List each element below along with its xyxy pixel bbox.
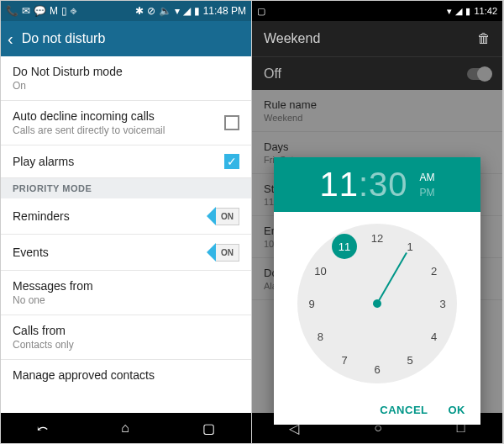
- checkbox-checked[interactable]: ✓: [224, 154, 239, 169]
- checkbox-unchecked[interactable]: [224, 115, 239, 130]
- row-manage-contacts[interactable]: Manage approved contacts: [1, 360, 251, 390]
- clock-num-4[interactable]: 4: [424, 326, 444, 346]
- clock-hand: [376, 252, 407, 304]
- row-reminders[interactable]: Reminders ON: [1, 198, 251, 235]
- page-title: Do not disturb: [22, 31, 106, 46]
- clock-num-11[interactable]: 11: [332, 234, 357, 259]
- background-list: Rule name Weekend Days Fri, Sat Start ti…: [252, 90, 502, 413]
- nav-bar: ⤺ ⌂ ▢: [1, 413, 251, 443]
- settings-list: Do Not Disturb mode On Auto decline inco…: [1, 56, 251, 413]
- clock-num-12[interactable]: 12: [367, 228, 387, 248]
- clock-face[interactable]: 121234567891011: [297, 224, 457, 383]
- off-label: Off: [264, 66, 281, 82]
- clock-num-5[interactable]: 5: [400, 351, 420, 371]
- label: Messages from: [13, 279, 239, 293]
- sub: On: [13, 80, 239, 92]
- sub: Calls are sent directly to voicemail: [13, 124, 224, 136]
- clock-num-8[interactable]: 8: [310, 326, 330, 346]
- switch-off[interactable]: [467, 68, 491, 80]
- clock-num-9[interactable]: 9: [302, 293, 322, 314]
- delete-icon[interactable]: 🗑: [477, 31, 491, 46]
- dialog-actions: CANCEL OK: [274, 395, 480, 425]
- back-icon[interactable]: ‹: [8, 29, 13, 49]
- label: Auto decline incoming calls: [13, 109, 224, 123]
- row-auto-decline[interactable]: Auto decline incoming calls Calls are se…: [1, 101, 251, 145]
- row-off[interactable]: Off: [252, 56, 502, 90]
- cast-icon: ⎆: [71, 6, 76, 16]
- hour-value[interactable]: 11: [319, 166, 359, 203]
- sub: Contacts only: [13, 339, 239, 351]
- label: Reminders: [13, 209, 207, 223]
- toggle-on[interactable]: ON: [207, 243, 239, 262]
- ok-button[interactable]: OK: [449, 404, 466, 416]
- wifi-icon: ▾: [175, 6, 180, 16]
- sync-icon: ✱: [135, 6, 144, 16]
- ampm-toggle: AM PM: [420, 172, 435, 198]
- row-calls-from[interactable]: Calls from Contacts only: [1, 315, 251, 360]
- am-option[interactable]: AM: [420, 172, 435, 183]
- left-phone: 📞 ✉ 💬 M ▯ ⎆ ✱ ⊘ 🔈 ▾ ◢ ▮ 11:48 PM ‹ Do no…: [1, 1, 252, 443]
- time-picker-dialog: 11:30 AM PM 121234567891011 CANCEL OK: [274, 157, 480, 425]
- page-title: Weekend: [264, 31, 320, 46]
- label: Do Not Disturb mode: [13, 65, 239, 78]
- time-display: 11:30: [319, 166, 407, 204]
- minute-value[interactable]: 30: [369, 166, 408, 203]
- status-icons-right: ✱ ⊘ 🔈 ▾ ◢ ▮ 11:48 PM: [135, 6, 246, 16]
- status-icons-left: 📞 ✉ 💬 M ▯ ⎆: [6, 6, 76, 16]
- battery-icon: ▮: [465, 6, 470, 17]
- label: Events: [13, 246, 207, 259]
- row-play-alarms[interactable]: Play alarms ✓: [1, 145, 251, 178]
- clock-face-container: 121234567891011: [274, 212, 480, 395]
- status-bar: 📞 ✉ 💬 M ▯ ⎆ ✱ ⊘ 🔈 ▾ ◢ ▮ 11:48 PM: [1, 1, 251, 21]
- volume-icon: 🔈: [159, 6, 171, 16]
- clock-num-6[interactable]: 6: [367, 359, 387, 379]
- dnd-icon: ⊘: [147, 6, 155, 16]
- chat-icon: 💬: [34, 6, 46, 16]
- clock-num-1[interactable]: 1: [400, 236, 420, 256]
- label: Play alarms: [13, 155, 224, 168]
- signal-icon: ◢: [455, 6, 462, 17]
- clock-text: 11:42: [474, 6, 497, 17]
- clock-num-10[interactable]: 10: [310, 261, 330, 281]
- pm-option[interactable]: PM: [420, 187, 435, 198]
- toggle-label: ON: [216, 244, 239, 262]
- sub: No one: [13, 294, 239, 306]
- time-header: 11:30 AM PM: [274, 157, 480, 212]
- label: Manage approved contacts: [13, 368, 239, 382]
- right-phone: ▢ ▾ ◢ ▮ 11:42 Weekend 🗑 Off Rule name We…: [252, 1, 503, 443]
- mail-icon: ✉: [22, 6, 30, 16]
- signal-icon: ◢: [183, 6, 191, 16]
- row-dnd-mode[interactable]: Do Not Disturb mode On: [1, 56, 251, 101]
- row-events[interactable]: Events ON: [1, 235, 251, 271]
- screenshot-icon: ▢: [257, 6, 265, 17]
- nav-back-icon[interactable]: ⤺: [37, 420, 48, 436]
- wifi-icon: ▾: [447, 6, 452, 17]
- gmail-icon: M: [50, 6, 58, 16]
- app-bar: ‹ Do not disturb: [1, 21, 251, 56]
- row-messages-from[interactable]: Messages from No one: [1, 271, 251, 315]
- section-header: PRIORITY MODE: [1, 178, 251, 198]
- toggle-on[interactable]: ON: [207, 207, 239, 225]
- toggle-label: ON: [216, 208, 239, 225]
- clock-num-7[interactable]: 7: [334, 351, 354, 371]
- app-bar: Weekend 🗑: [252, 21, 502, 56]
- cancel-button[interactable]: CANCEL: [380, 404, 428, 416]
- battery-icon: ▮: [194, 6, 200, 16]
- clock-text: 11:48 PM: [203, 6, 246, 16]
- call-icon: 📞: [6, 6, 18, 16]
- label: Calls from: [13, 324, 239, 337]
- sim-icon: ▯: [61, 6, 67, 16]
- nav-recent-icon[interactable]: ▢: [202, 420, 215, 436]
- status-bar: ▢ ▾ ◢ ▮ 11:42: [252, 1, 502, 21]
- clock-num-3[interactable]: 3: [433, 293, 453, 314]
- clock-num-2[interactable]: 2: [424, 261, 444, 281]
- nav-home-icon[interactable]: ⌂: [121, 420, 129, 436]
